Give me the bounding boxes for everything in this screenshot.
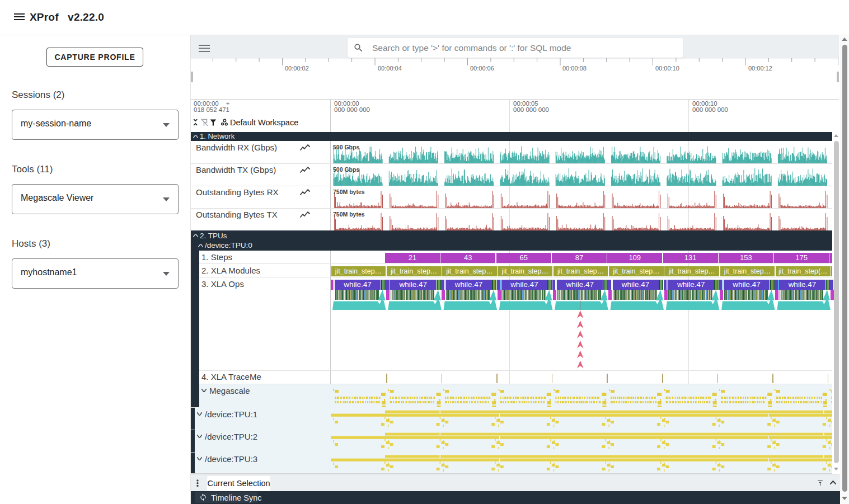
svg-text:00:00:06: 00:00:06: [470, 65, 494, 72]
svg-text:00:00:10: 00:00:10: [655, 65, 679, 72]
svg-text:00:00:12: 00:00:12: [748, 65, 772, 72]
svg-text:00:00:02: 00:00:02: [285, 65, 309, 72]
svg-text:00:00:04: 00:00:04: [378, 65, 402, 72]
svg-text:00:00:08: 00:00:08: [562, 65, 587, 72]
